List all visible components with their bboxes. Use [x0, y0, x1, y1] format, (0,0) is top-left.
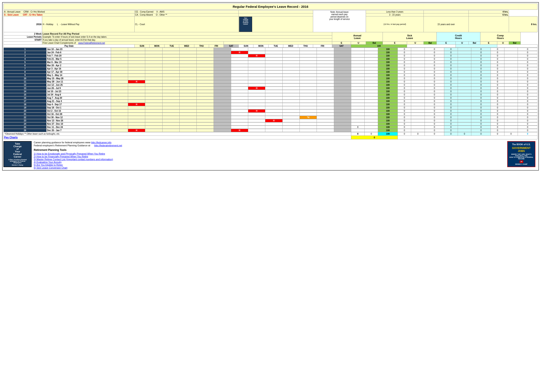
day-entry[interactable]: [179, 80, 197, 83]
day-entry[interactable]: [317, 116, 334, 119]
day-entry[interactable]: [214, 87, 231, 90]
day-entry[interactable]: [162, 80, 179, 83]
day-entry[interactable]: [282, 57, 300, 61]
day-entry[interactable]: [162, 67, 179, 70]
day-entry[interactable]: [179, 48, 197, 51]
day-entry[interactable]: [248, 67, 265, 70]
retirement-tool-link[interactable]: 1) How to be Emotionally and Physically …: [34, 152, 505, 155]
federal-retirement-link[interactable]: www.FederalRetirement.net: [78, 42, 105, 44]
day-entry[interactable]: [128, 67, 145, 70]
day-entry[interactable]: [214, 80, 231, 83]
day-entry[interactable]: [317, 129, 334, 132]
day-entry[interactable]: [197, 64, 214, 67]
day-entry[interactable]: [214, 57, 231, 61]
day-entry[interactable]: [317, 54, 334, 57]
day-entry[interactable]: [282, 77, 300, 80]
day-entry[interactable]: [231, 67, 248, 70]
day-entry[interactable]: [111, 74, 128, 77]
day-entry[interactable]: [179, 93, 197, 96]
day-entry[interactable]: [265, 100, 282, 103]
day-entry[interactable]: [282, 61, 300, 64]
day-entry[interactable]: [334, 67, 351, 70]
day-entry[interactable]: [282, 84, 300, 87]
day-entry[interactable]: [300, 103, 317, 106]
day-entry[interactable]: [128, 119, 145, 122]
day-entry[interactable]: [128, 100, 145, 103]
day-entry[interactable]: [231, 87, 248, 90]
day-entry[interactable]: [300, 71, 317, 73]
retirement-tool-link[interactable]: 4) Evaluating Your Annuity: [34, 161, 505, 163]
day-entry[interactable]: [300, 54, 317, 57]
day-entry[interactable]: [179, 116, 197, 119]
day-entry[interactable]: [111, 90, 128, 93]
day-entry[interactable]: [317, 126, 334, 129]
day-entry[interactable]: [300, 51, 317, 54]
day-entry[interactable]: [265, 87, 282, 90]
day-entry[interactable]: [231, 80, 248, 83]
day-entry[interactable]: [197, 84, 214, 87]
day-entry[interactable]: [145, 90, 162, 93]
day-entry[interactable]: [111, 54, 128, 57]
day-entry[interactable]: [317, 103, 334, 106]
day-entry[interactable]: [282, 48, 300, 51]
day-entry[interactable]: [248, 106, 265, 109]
day-entry[interactable]: [334, 48, 351, 51]
day-entry[interactable]: [317, 67, 334, 70]
day-entry[interactable]: [197, 77, 214, 80]
day-entry[interactable]: [162, 110, 179, 113]
day-entry[interactable]: [231, 116, 248, 119]
day-entry[interactable]: [300, 110, 317, 113]
day-entry[interactable]: [162, 84, 179, 87]
day-entry[interactable]: H: [248, 54, 265, 57]
day-entry[interactable]: [265, 93, 282, 96]
day-entry[interactable]: [248, 103, 265, 106]
day-entry[interactable]: [111, 119, 128, 122]
day-entry[interactable]: [300, 64, 317, 67]
day-entry[interactable]: [248, 80, 265, 83]
day-entry[interactable]: [282, 71, 300, 73]
day-entry[interactable]: [111, 71, 128, 73]
day-entry[interactable]: [282, 80, 300, 83]
day-entry[interactable]: [111, 103, 128, 106]
day-entry[interactable]: [179, 119, 197, 122]
day-entry[interactable]: [231, 103, 248, 106]
day-entry[interactable]: [317, 97, 334, 99]
day-entry[interactable]: [145, 84, 162, 87]
day-entry[interactable]: [162, 113, 179, 116]
day-entry[interactable]: [231, 119, 248, 122]
day-entry[interactable]: [248, 51, 265, 54]
day-entry[interactable]: [214, 129, 231, 132]
day-entry[interactable]: [317, 110, 334, 113]
day-entry[interactable]: [214, 93, 231, 96]
day-entry[interactable]: H: [248, 110, 265, 113]
day-entry[interactable]: [265, 116, 282, 119]
day-entry[interactable]: [197, 67, 214, 70]
day-entry[interactable]: [145, 129, 162, 132]
day-entry[interactable]: [111, 97, 128, 99]
day-entry[interactable]: [317, 87, 334, 90]
day-entry[interactable]: [179, 110, 197, 113]
day-entry[interactable]: [128, 77, 145, 80]
day-entry[interactable]: [145, 61, 162, 64]
day-entry[interactable]: [162, 129, 179, 132]
day-entry[interactable]: [145, 126, 162, 129]
day-entry[interactable]: [265, 110, 282, 113]
day-entry[interactable]: [317, 113, 334, 116]
retirement-tool-link[interactable]: 5) Are You Eligible to Retire: [34, 164, 505, 166]
day-entry[interactable]: [111, 57, 128, 61]
day-entry[interactable]: [214, 100, 231, 103]
day-entry[interactable]: [197, 119, 214, 122]
day-entry[interactable]: [214, 84, 231, 87]
day-entry[interactable]: [179, 106, 197, 109]
day-entry[interactable]: [300, 61, 317, 64]
day-entry[interactable]: [214, 51, 231, 54]
day-entry[interactable]: [111, 51, 128, 54]
day-entry[interactable]: [111, 100, 128, 103]
day-entry[interactable]: [128, 48, 145, 51]
day-entry[interactable]: [300, 106, 317, 109]
day-entry[interactable]: [111, 80, 128, 83]
day-entry[interactable]: [282, 116, 300, 119]
day-entry[interactable]: [162, 126, 179, 129]
day-entry[interactable]: [145, 110, 162, 113]
day-entry[interactable]: [162, 54, 179, 57]
